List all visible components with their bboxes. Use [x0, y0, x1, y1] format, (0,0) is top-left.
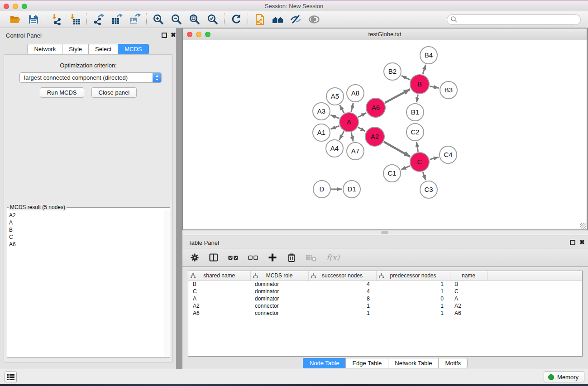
graph-edge-C-C1[interactable] [401, 166, 410, 170]
graph-edge-A-A1[interactable] [331, 126, 339, 129]
graph-node-A5[interactable]: A5 [326, 88, 344, 105]
table-cell[interactable]: dominator [250, 288, 308, 295]
import-table-icon[interactable] [69, 14, 81, 26]
graph-edge-B-B1[interactable] [417, 95, 418, 103]
table-cell[interactable]: dominator [250, 281, 308, 288]
table-cell[interactable]: A [450, 295, 487, 302]
graph-node-A7[interactable]: A7 [347, 143, 364, 160]
table-row[interactable]: A2connector11A2 [188, 302, 582, 310]
graph-node-A4[interactable]: A4 [326, 140, 343, 157]
task-history-button[interactable] [5, 372, 17, 382]
table-cell[interactable]: A2 [450, 302, 487, 310]
maximize-network-window-button[interactable] [205, 32, 210, 37]
mcds-result-list[interactable]: A2ABCA6 [7, 210, 170, 357]
mcds-result-item[interactable]: A [9, 219, 170, 226]
tab-node-table[interactable]: Node Table [303, 358, 346, 368]
table-cell[interactable]: C [188, 288, 250, 295]
graph-edge-A-A4[interactable] [339, 131, 344, 140]
graph-edge-A2-C[interactable] [384, 142, 410, 157]
graph-edge-B-B4[interactable] [423, 65, 426, 74]
close-panel-button[interactable]: Close panel [91, 87, 137, 98]
zoom-fit-icon[interactable] [188, 14, 201, 26]
graph-node-A3[interactable]: A3 [313, 103, 330, 120]
zoom-selected-icon[interactable] [206, 14, 219, 26]
hide-detail-icon[interactable] [290, 14, 302, 26]
deselect-all-checkboxes-icon[interactable] [248, 253, 258, 262]
add-column-icon[interactable] [268, 253, 277, 262]
mcds-result-scrollbar[interactable] [164, 210, 170, 357]
mcds-result-item[interactable]: C [9, 234, 170, 241]
graph-node-B2[interactable]: B2 [384, 63, 401, 80]
table-cell[interactable]: A6 [450, 310, 487, 317]
table-cell[interactable]: 1 [376, 302, 450, 310]
graph-node-B[interactable]: B [410, 75, 429, 94]
graph-node-C2[interactable]: C2 [406, 124, 424, 141]
table-cell[interactable]: 4 [308, 281, 376, 288]
desktop-horizontal-scrollbar[interactable] [182, 230, 588, 235]
table-cell[interactable]: 4 [308, 288, 376, 295]
tab-motifs[interactable]: Motifs [438, 358, 468, 368]
table-cell[interactable]: 0 [376, 295, 450, 302]
close-table-panel-icon[interactable]: ✖ [579, 238, 585, 246]
run-mcds-button[interactable]: Run MCDS [40, 87, 84, 98]
minimize-window-button[interactable] [13, 4, 18, 9]
table-cell[interactable]: dominator [250, 295, 308, 302]
tab-network-table[interactable]: Network Table [388, 358, 439, 368]
float-table-panel-icon[interactable] [570, 240, 575, 245]
scrollbar-thumb[interactable] [381, 231, 388, 234]
graph-node-A1[interactable]: A1 [313, 124, 330, 141]
table-row[interactable]: A6connector11A6 [188, 310, 582, 317]
refresh-icon[interactable] [230, 14, 242, 26]
table-cell[interactable]: B [188, 281, 250, 288]
table-row[interactable]: Adominator80A [188, 295, 582, 302]
graph-node-A2[interactable]: A2 [365, 127, 384, 146]
graph-edge-A-A3[interactable] [330, 115, 339, 119]
graph-edge-A-A6[interactable] [358, 113, 366, 117]
maximize-window-button[interactable] [22, 4, 27, 9]
network-window-titlebar[interactable]: testGlobe.txt [183, 29, 587, 40]
graph-node-C4[interactable]: C4 [440, 146, 457, 163]
table-row[interactable]: Bdominator41B [188, 281, 582, 288]
column-header-MCDS-role[interactable]: MCDS role [250, 271, 308, 281]
home-icon[interactable] [272, 14, 284, 26]
minimize-network-window-button[interactable] [196, 32, 201, 37]
table-cell[interactable]: connector [250, 310, 308, 317]
close-network-window-button[interactable] [187, 32, 192, 37]
tab-mcds[interactable]: MCDS [118, 44, 148, 54]
graph-node-C[interactable]: C [410, 152, 429, 172]
zoom-in-icon[interactable] [152, 14, 164, 26]
graph-edge-A-A5[interactable] [340, 105, 344, 113]
split-panel-icon[interactable] [209, 253, 219, 262]
table-settings-icon[interactable] [190, 253, 200, 262]
table-cell[interactable]: 1 [376, 281, 450, 288]
graph-node-D1[interactable]: D1 [343, 181, 360, 198]
search-input[interactable] [458, 15, 580, 24]
table-row[interactable]: Cdominator41C [188, 288, 582, 295]
table-cell[interactable]: A [188, 295, 250, 302]
table-cell[interactable]: C [450, 288, 487, 295]
column-header-name[interactable]: name [450, 271, 487, 281]
graph-edge-C-C2[interactable] [416, 142, 418, 152]
mcds-result-item[interactable]: A6 [9, 241, 170, 248]
tab-style[interactable]: Style [62, 44, 89, 54]
table-cell[interactable]: 1 [376, 310, 450, 317]
graph-edge-B-B2[interactable] [402, 76, 410, 80]
table-cell[interactable]: 1 [308, 310, 376, 317]
import-network-icon[interactable] [51, 14, 63, 26]
save-session-button[interactable] [27, 14, 39, 26]
table-cell[interactable]: B [450, 281, 487, 288]
graph-node-B4[interactable]: B4 [420, 47, 437, 64]
search-field[interactable] [447, 14, 581, 25]
table-cell[interactable]: 8 [308, 295, 376, 302]
graph-node-C3[interactable]: C3 [420, 181, 437, 198]
graph-node-A[interactable]: A [339, 113, 359, 132]
graph-node-A8[interactable]: A8 [347, 85, 364, 102]
close-panel-icon[interactable]: ✖ [171, 31, 176, 38]
graph-node-D[interactable]: D [313, 181, 330, 198]
graph-edge-A-A8[interactable] [351, 103, 353, 112]
network-canvas[interactable]: B4B2BB3A5A8A6A3B1AA1C2A2A4A7C4CC1C3DD1 [183, 40, 587, 229]
tab-edge-table[interactable]: Edge Table [345, 358, 388, 368]
mcds-result-item[interactable]: A2 [9, 212, 170, 219]
column-header-shared-name[interactable]: shared name [188, 271, 250, 281]
network-clipboard-icon[interactable] [253, 14, 266, 26]
